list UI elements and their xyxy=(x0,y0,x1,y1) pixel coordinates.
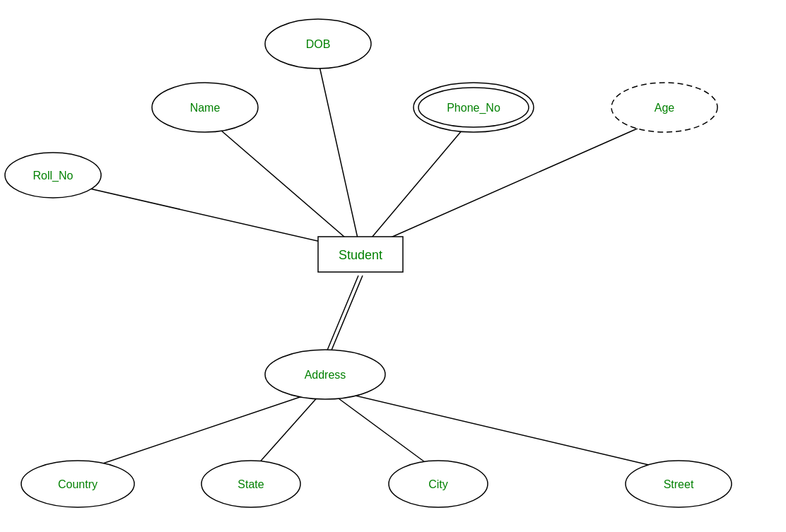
rollno-label: Roll_No xyxy=(33,170,74,182)
line-address-city xyxy=(325,389,438,472)
line-address-street xyxy=(325,389,679,472)
dob-label: DOB xyxy=(306,38,331,50)
city-label: City xyxy=(428,478,448,490)
line-student-name xyxy=(205,117,360,251)
phone-label: Phone_No xyxy=(447,102,500,114)
line-student-rollno xyxy=(53,180,360,251)
state-label: State xyxy=(237,478,264,490)
er-diagram: Student DOB Name Phone_No Age Roll_No Ad… xyxy=(0,0,786,532)
student-label: Student xyxy=(339,248,382,262)
name-label: Name xyxy=(190,102,221,114)
line-student-dob xyxy=(318,60,360,251)
line-student-address-1 xyxy=(323,276,358,360)
age-label: Age xyxy=(655,102,675,114)
country-label: Country xyxy=(58,478,98,490)
address-label: Address xyxy=(305,369,346,381)
street-label: Street xyxy=(664,478,694,490)
line-student-address-2 xyxy=(327,276,363,360)
line-student-phone xyxy=(360,117,474,251)
line-student-age xyxy=(360,117,664,251)
